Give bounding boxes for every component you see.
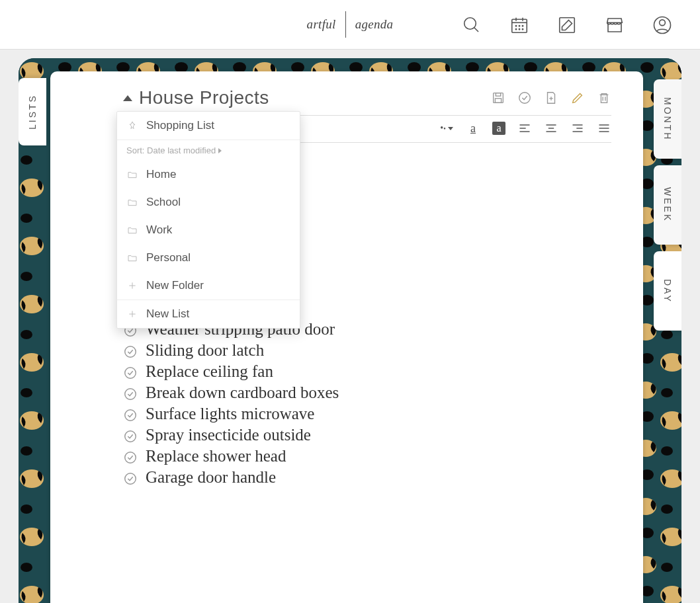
edit-icon[interactable] (556, 14, 578, 36)
svg-line-1 (474, 27, 478, 31)
check-item-text: Sliding door latch (146, 340, 264, 361)
svg-rect-23 (495, 99, 501, 102)
page-title: House Projects (139, 87, 269, 108)
format-dropdown-icon[interactable]: •• (439, 121, 454, 136)
dropdown-folder[interactable]: Home (117, 161, 300, 188)
lists-dropdown: Shopping List Sort: Date last modified H… (116, 111, 300, 329)
check-circle-icon[interactable] (123, 470, 138, 485)
check-circle-icon[interactable] (123, 343, 138, 358)
dropdown-folder[interactable]: School (117, 188, 300, 216)
caret-right-icon (218, 148, 222, 153)
folder-icon (126, 252, 138, 264)
tab-month[interactable]: MONTH (654, 79, 681, 159)
tab-day[interactable]: DAY (654, 251, 681, 331)
logo-right: agenda (355, 17, 394, 32)
svg-point-50 (125, 346, 136, 358)
check-item[interactable]: Replace shower head (123, 446, 611, 467)
dropdown-folder-label: Personal (146, 251, 191, 264)
dropdown-folder-label: School (146, 196, 181, 209)
svg-point-52 (125, 389, 136, 400)
profile-icon[interactable] (651, 14, 674, 36)
align-center-icon[interactable] (544, 121, 558, 136)
svg-point-53 (125, 410, 136, 421)
dropdown-folder-label: Home (146, 168, 176, 181)
pin-icon (126, 120, 138, 132)
check-item-text: Replace ceiling fan (146, 361, 273, 382)
align-justify-icon[interactable] (597, 121, 611, 136)
search-icon[interactable] (460, 14, 483, 36)
check-item-text: Surface lights microwave (146, 403, 314, 424)
folder-icon (126, 196, 138, 208)
check-item-text: Garage door handle (146, 467, 276, 488)
svg-point-6 (515, 25, 516, 26)
svg-point-55 (125, 452, 136, 463)
topbar-icons (460, 0, 674, 50)
logo-left: artful (307, 17, 336, 32)
check-circle-icon[interactable] (123, 385, 138, 400)
check-circle-icon[interactable] (123, 407, 138, 421)
trash-icon[interactable] (597, 91, 611, 105)
topbar: artful agenda (0, 0, 700, 50)
dropdown-sort-label: Sort: Date last modified (126, 145, 216, 155)
folder-icon (126, 169, 138, 181)
check-circle-icon[interactable] (123, 449, 138, 463)
logo: artful agenda (307, 11, 394, 38)
check-item[interactable]: Garage door handle (123, 467, 611, 488)
dropdown-new-folder[interactable]: New Folder (117, 272, 300, 300)
dropdown-sort[interactable]: Sort: Date last modified (117, 140, 300, 161)
svg-rect-22 (496, 93, 500, 97)
plus-icon (126, 280, 138, 292)
align-left-icon[interactable] (517, 121, 532, 136)
tab-week[interactable]: WEEK (654, 165, 681, 245)
logo-divider (345, 11, 346, 38)
plus-icon (126, 308, 138, 320)
calendar-icon[interactable] (508, 14, 531, 36)
svg-point-11 (522, 28, 523, 29)
svg-point-7 (519, 25, 519, 26)
underline-icon[interactable]: a (466, 121, 480, 136)
pencil-icon[interactable] (570, 91, 585, 105)
svg-point-51 (125, 368, 136, 379)
check-item[interactable]: Break down cardboard boxes (123, 382, 611, 403)
svg-rect-27 (601, 95, 607, 102)
check-item-text: Break down cardboard boxes (146, 382, 339, 403)
shop-icon[interactable] (603, 14, 626, 36)
check-circle-icon[interactable] (517, 91, 532, 105)
check-circle-icon[interactable] (123, 364, 138, 379)
svg-point-0 (464, 17, 476, 29)
tab-lists[interactable]: LISTS (19, 78, 46, 145)
check-item-text: Spray insecticide outside (146, 424, 311, 446)
dropdown-folder[interactable]: Personal (117, 244, 300, 272)
check-item[interactable]: Sliding door latch (123, 340, 611, 361)
page: House Projects •• a a Clean off entry cl… (50, 71, 643, 603)
dropdown-folder[interactable]: Work (117, 216, 300, 244)
svg-point-9 (515, 28, 516, 29)
check-item[interactable]: Replace ceiling fan (123, 361, 611, 382)
check-item[interactable]: Surface lights microwave (123, 403, 611, 424)
svg-point-8 (522, 25, 523, 26)
planner: LISTS MONTH WEEK DAY House Projects •• a… (19, 58, 681, 603)
check-item-text: Replace shower head (146, 446, 286, 467)
dropdown-pinned-label: Shopping List (146, 119, 214, 132)
title-area[interactable]: House Projects (123, 87, 269, 108)
svg-point-54 (125, 431, 136, 442)
add-page-icon[interactable] (544, 91, 558, 105)
dropdown-new-list[interactable]: New List (117, 300, 300, 328)
caret-up-icon (123, 95, 132, 101)
dropdown-pinned-item[interactable]: Shopping List (117, 112, 300, 140)
dropdown-new-folder-label: New Folder (146, 279, 204, 292)
align-right-icon[interactable] (570, 121, 585, 136)
check-circle-icon[interactable] (123, 428, 138, 442)
svg-point-24 (519, 93, 531, 104)
highlight-icon[interactable]: a (492, 122, 505, 135)
svg-point-56 (125, 473, 136, 485)
svg-point-14 (660, 19, 666, 25)
page-actions (491, 91, 611, 105)
dropdown-folder-label: Work (146, 223, 172, 237)
dropdown-new-list-label: New List (146, 307, 189, 321)
folder-icon (126, 224, 138, 236)
svg-point-10 (519, 28, 519, 29)
check-item[interactable]: Spray insecticide outside (123, 424, 611, 446)
save-icon[interactable] (491, 91, 505, 105)
